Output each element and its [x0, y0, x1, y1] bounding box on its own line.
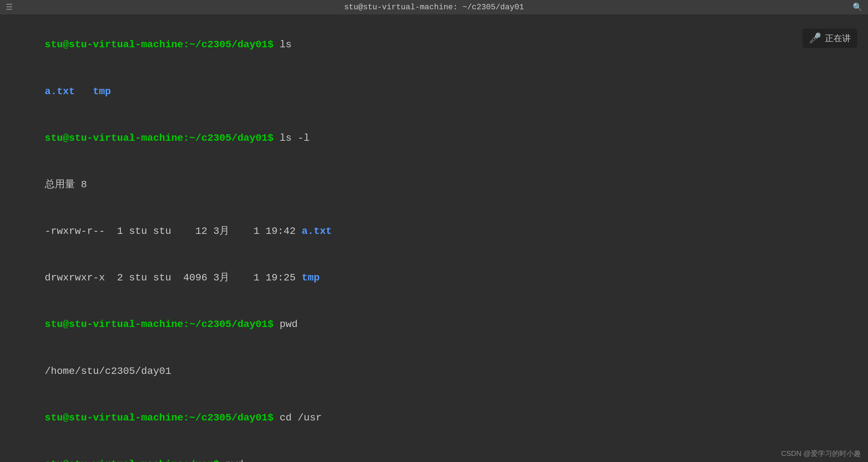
- prompt: stu@stu-virtual-machine:/usr$: [45, 459, 219, 462]
- terminal-line: stu@stu-virtual-machine:~/c2305/day01$ c…: [9, 394, 859, 441]
- terminal-line: stu@stu-virtual-machine:~/c2305/day01$ l…: [9, 115, 859, 161]
- terminal-line: stu@stu-virtual-machine:~/c2305/day01$ p…: [9, 301, 859, 348]
- terminal-line: stu@stu-virtual-machine:~/c2305/day01$ l…: [9, 21, 859, 68]
- window-title: stu@stu-virtual-machine: ~/c2305/day01: [344, 3, 524, 12]
- mic-icon: 🎤: [809, 32, 821, 44]
- terminal-output: /home/stu/c2305/day01: [9, 348, 859, 394]
- search-icon[interactable]: 🔍: [853, 3, 862, 12]
- footer-text: CSDN @爱学习的时小趣: [781, 449, 861, 457]
- notification-label: 正在讲: [825, 33, 851, 44]
- prompt: stu@stu-virtual-machine:~/c2305/day01$: [45, 319, 274, 330]
- menu-icon: ☰: [6, 3, 13, 12]
- terminal-window: ☰ stu@stu-virtual-machine: ~/c2305/day01…: [0, 0, 868, 462]
- terminal-content: stu@stu-virtual-machine:~/c2305/day01$ l…: [0, 14, 868, 462]
- terminal-line: stu@stu-virtual-machine:/usr$ pwd: [9, 441, 859, 462]
- prompt: stu@stu-virtual-machine:~/c2305/day01$: [45, 133, 274, 144]
- prompt: stu@stu-virtual-machine:~/c2305/day01$: [45, 39, 274, 50]
- footer: CSDN @爱学习的时小趣: [781, 449, 861, 458]
- notification-badge: 🎤 正在讲: [802, 29, 857, 48]
- terminal-output: a.txt tmp: [9, 68, 859, 115]
- prompt: stu@stu-virtual-machine:~/c2305/day01$: [45, 412, 274, 423]
- terminal-output: -rwxrw-r-- 1 stu stu 12 3月 1 19:42 a.txt: [9, 208, 859, 255]
- title-bar: ☰ stu@stu-virtual-machine: ~/c2305/day01…: [0, 0, 868, 14]
- terminal-output: drwxrwxr-x 2 stu stu 4096 3月 1 19:25 tmp: [9, 255, 859, 301]
- terminal-output: 总用量 8: [9, 162, 859, 208]
